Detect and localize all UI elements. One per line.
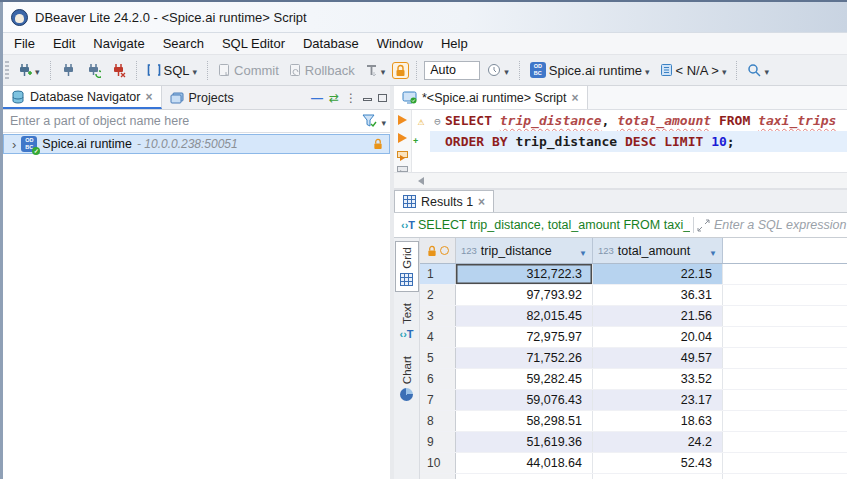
grid-corner-cell[interactable] (420, 238, 456, 263)
menu-item-edit[interactable]: Edit (44, 34, 84, 53)
disconnect-button[interactable] (108, 61, 129, 80)
menu-item-window[interactable]: Window (368, 34, 432, 53)
sql-editor-button[interactable]: SQL (144, 59, 201, 81)
sort-filter-icon[interactable] (579, 242, 587, 260)
view-tab-chart[interactable]: Chart (395, 351, 419, 406)
grid-cell[interactable]: 24.2 (593, 432, 723, 452)
row-number[interactable]: 5 (420, 348, 456, 368)
table-row[interactable]: 472,975.9720.04 (420, 327, 847, 348)
editor-horizontal-scrollbar[interactable] (394, 172, 847, 188)
grid-cell[interactable]: 72,975.97 (456, 327, 593, 347)
minimize-panel-icon[interactable] (363, 98, 372, 101)
table-row[interactable]: 1312,722.322.15 (420, 264, 847, 285)
grid-cell[interactable]: 18.63 (593, 411, 723, 431)
scroll-left-icon[interactable] (418, 177, 424, 185)
row-number[interactable]: 9 (420, 432, 456, 452)
transaction-log-button[interactable] (484, 59, 512, 81)
grid-cell[interactable]: 21.56 (593, 306, 723, 326)
fold-marker-cell[interactable] (430, 113, 445, 128)
view-tab-text[interactable]: Text (395, 298, 419, 345)
sql-editor-body[interactable]: SELECT trip_distance, total_amount FROM … (394, 110, 847, 172)
active-connection-selector[interactable]: OD BC Spice.ai runtime (527, 59, 653, 81)
close-icon[interactable] (145, 90, 152, 104)
menu-item-navigate[interactable]: Navigate (84, 34, 153, 53)
connection-lock-toggle[interactable] (392, 62, 409, 79)
transaction-mode-button[interactable] (362, 59, 389, 81)
new-connection-button[interactable] (14, 59, 43, 81)
grid-cell[interactable]: 58,298.51 (456, 411, 593, 431)
grid-cell[interactable]: 44,018.64 (456, 453, 593, 473)
column-header-trip_distance[interactable]: 123trip_distance (456, 238, 593, 263)
row-number[interactable]: 10 (420, 453, 456, 473)
menu-item-help[interactable]: Help (432, 34, 477, 53)
row-number[interactable]: 8 (420, 411, 456, 431)
sql-code-area[interactable]: SELECT trip_distance, total_amount FROM … (412, 110, 847, 172)
execute-script-icon[interactable] (397, 151, 408, 158)
grid-cell[interactable]: 82,015.45 (456, 306, 593, 326)
menu-item-sql-editor[interactable]: SQL Editor (213, 34, 294, 53)
search-button[interactable] (744, 59, 772, 81)
row-number[interactable]: 2 (420, 285, 456, 305)
tab-projects[interactable]: Projects (162, 86, 242, 109)
tab-script-editor[interactable]: *<Spice.ai runtime> Script (394, 86, 588, 109)
menu-item-file[interactable]: File (5, 34, 44, 53)
reconnect-button[interactable] (83, 61, 104, 80)
active-database-selector[interactable]: < N/A > (657, 59, 730, 81)
grid-cell[interactable]: 23.17 (593, 390, 723, 410)
expander-chevron-icon[interactable] (12, 135, 16, 153)
tab-database-navigator[interactable]: Database Navigator (3, 86, 162, 109)
table-row[interactable]: 659,282.4533.52 (420, 369, 847, 390)
connect-button[interactable] (58, 61, 79, 80)
table-row[interactable]: 1044,018.6452.43 (420, 453, 847, 474)
execute-statement-icon[interactable] (398, 115, 407, 125)
menu-item-database[interactable]: Database (294, 34, 368, 53)
grid-cell[interactable]: 71,752.26 (456, 348, 593, 368)
row-number[interactable]: 4 (420, 327, 456, 347)
row-number[interactable]: 1 (420, 264, 456, 284)
grid-cell[interactable]: 97,793.92 (456, 285, 593, 305)
connection-tree-item[interactable]: OD BC Spice.ai runtime - 10.0.0.238:5005… (3, 134, 390, 154)
table-row[interactable]: 297,793.9236.31 (420, 285, 847, 306)
grid-cell[interactable]: 20.04 (593, 327, 723, 347)
link-editor-icon[interactable]: ⇄ (326, 91, 342, 105)
sort-filter-icon[interactable] (709, 242, 717, 260)
view-menu-icon[interactable]: ⋮ (342, 91, 360, 105)
close-icon[interactable] (478, 195, 485, 209)
grid-cell[interactable]: 59,282.45 (456, 369, 593, 389)
table-row[interactable]: 759,076.4323.17 (420, 390, 847, 411)
column-header-total_amount[interactable]: 123total_amount (593, 238, 723, 263)
grid-cell[interactable]: 33.52 (593, 369, 723, 389)
grid-cell[interactable] (456, 474, 593, 479)
commit-mode-combo[interactable]: Auto (424, 61, 480, 80)
grid-cell[interactable] (593, 474, 723, 479)
execute-new-tab-icon[interactable] (398, 133, 407, 143)
row-number[interactable]: 3 (420, 306, 456, 326)
row-number[interactable]: 7 (420, 390, 456, 410)
code-line[interactable]: SELECT trip_distance, total_amount FROM … (412, 110, 847, 131)
collapse-icon[interactable] (434, 113, 441, 128)
close-icon[interactable] (572, 91, 579, 105)
view-tab-grid[interactable]: Grid (395, 241, 419, 292)
results-filter-bar[interactable]: SELECT trip_distance, total_amount FROM … (394, 213, 847, 238)
grid-cell[interactable]: 312,722.3 (456, 264, 593, 284)
table-row[interactable]: 571,752.2649.57 (420, 348, 847, 369)
chevron-down-icon[interactable] (381, 112, 386, 130)
code-line[interactable]: ORDER BY trip_distance DESC LIMIT 10; (412, 131, 847, 152)
maximize-panel-icon[interactable] (378, 94, 387, 102)
table-row[interactable] (420, 474, 847, 479)
table-row[interactable]: 858,298.5118.63 (420, 411, 847, 432)
grid-cell[interactable]: 51,619.36 (456, 432, 593, 452)
table-row[interactable]: 382,015.4521.56 (420, 306, 847, 327)
tab-results-1[interactable]: Results 1 (394, 190, 494, 212)
rollback-button[interactable]: Rollback (286, 61, 358, 80)
object-filter-input[interactable] (10, 114, 362, 128)
grid-cell[interactable]: 59,076.43 (456, 390, 593, 410)
row-number[interactable] (420, 474, 456, 479)
grid-cell[interactable]: 52.43 (593, 453, 723, 473)
table-row[interactable]: 951,619.3624.2 (420, 432, 847, 453)
expand-icon[interactable] (697, 219, 710, 232)
menu-item-search[interactable]: Search (154, 34, 213, 53)
filter-funnel-icon[interactable] (362, 114, 377, 128)
grid-cell[interactable]: 22.15 (593, 264, 723, 284)
row-number[interactable]: 6 (420, 369, 456, 389)
